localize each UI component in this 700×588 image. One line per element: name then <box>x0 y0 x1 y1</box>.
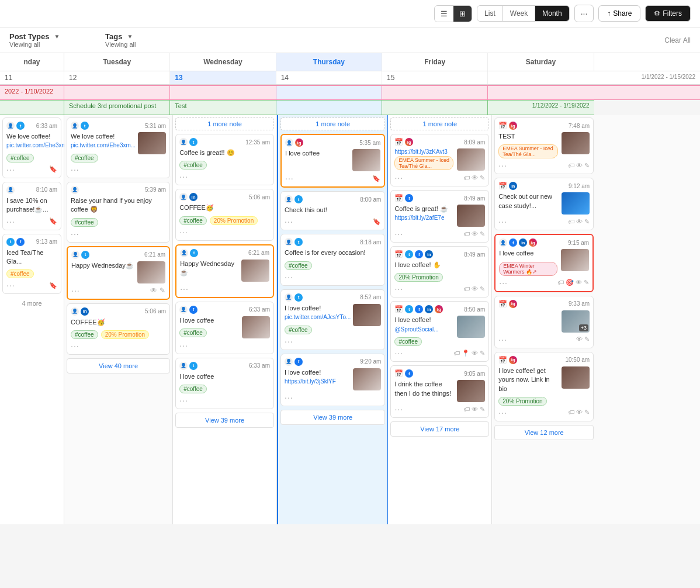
date-15: 15 <box>382 71 488 84</box>
campaign-test-saturday: 1/12/2022 - 1/19/2022 <box>488 100 594 115</box>
saturday-post-5: 📅 ig 10:50 am I love coffee! get yours n… <box>494 352 594 421</box>
calendar-icon-s4: 📅 <box>498 300 507 308</box>
thursday-column: 1 more note 👤 ig 5:35 am I love coffee ·… <box>277 115 388 524</box>
campaign-schedule-label: Schedule 3rd promotional post <box>64 100 170 115</box>
card-view-button[interactable]: ⊞ <box>453 6 472 22</box>
tag-icon-f1: 🏷 <box>463 174 470 182</box>
more-options-button[interactable]: ··· <box>574 5 594 22</box>
calendar-icon-s2: 📅 <box>498 182 507 190</box>
tag-icon-s5: 🏷 <box>568 409 574 416</box>
post-dots-2[interactable]: ··· <box>6 217 15 226</box>
thursday-post-5: 👤 f 9:20 am I love coffee!https://bit.ly… <box>280 354 385 406</box>
eye-icon-s3: 👁 <box>576 279 582 286</box>
eye-icon-f1: 👁 <box>472 174 478 182</box>
edit-icon-s3: ✎ <box>584 279 589 286</box>
tuesday-post-1: 👤 t 5:31 am We love coffee!pic.twitter.c… <box>67 117 170 178</box>
post-image-t1 <box>138 132 166 154</box>
bookmark-icon-3: 🔖 <box>49 282 57 289</box>
wednesday-post-5: 👤 t 6:33 am I love coffee #coffee ··· <box>175 358 274 409</box>
saturday-post-4: 📅 ig 9:33 am +3 ··· 👁 ✎ <box>494 296 594 348</box>
monday-post-2: 👤 8:10 am I save 10% on purchase!☕... ··… <box>2 182 61 230</box>
thursday-more-note[interactable]: 1 more note <box>280 117 385 130</box>
friday-post-5: 📅 f 9:05 am I drink the coffee then I do… <box>390 365 489 418</box>
bookmark-icon-2: 🔖 <box>49 217 57 225</box>
friday-post-4: 📅 t f in ig 8:50 am I love coffee!@Sprou… <box>390 301 489 362</box>
edit-icon-f4: ✎ <box>480 350 485 357</box>
saturday-post-2: 📅 in 9:12 am Check out our new case stud… <box>494 178 594 230</box>
clear-all-button[interactable]: Clear All <box>664 36 691 44</box>
calendar-icon-s1: 📅 <box>498 122 507 130</box>
wednesday-more-note[interactable]: 1 more note <box>175 117 274 130</box>
pin-icon-f4: 📍 <box>462 350 470 357</box>
wednesday-post-4: 👤 f 6:33 am I love coffee #coffee ··· <box>175 302 274 354</box>
twitter-icon-t1: t <box>81 122 89 130</box>
day-header-friday: Friday <box>382 53 488 71</box>
campaign-green-label-empty <box>0 100 64 115</box>
share-button[interactable]: ↑ Share <box>598 5 640 22</box>
date-13-today: 13 <box>170 71 276 84</box>
edit-icon-f2: ✎ <box>480 230 485 238</box>
tuesday-view-more[interactable]: View 40 more <box>67 358 170 373</box>
month-view-button[interactable]: Month <box>535 6 569 21</box>
day-header-wednesday: Wednesday <box>170 53 276 71</box>
eye-icon-f5: 👁 <box>472 406 478 413</box>
friday-post-2: 📅 f 8:49 am Coffee is great! ☕https://bi… <box>390 190 489 243</box>
monday-post-3: t f 9:13 am Iced Tea/The Gla... #coffee … <box>2 234 61 295</box>
campaign-test-thursday <box>276 100 382 115</box>
date-range-label: 1/1/2022 - 1/15/2022 <box>488 71 700 84</box>
edit-icon-s5: ✎ <box>584 409 590 416</box>
edit-icon-f3: ✎ <box>480 285 485 293</box>
post-types-chevron: ▼ <box>54 33 60 40</box>
post-dots-3[interactable]: ··· <box>6 281 15 290</box>
eye-icon-s2: 👁 <box>576 218 583 226</box>
tags-filter[interactable]: Tags ▼ Viewing all <box>105 32 187 48</box>
friday-view-more[interactable]: View 17 more <box>390 421 489 437</box>
day-header-thursday: Thursday <box>276 53 382 71</box>
tag-icon-s3: 🏷 <box>557 279 564 286</box>
bookmark-icon-th2: 🔖 <box>373 218 381 226</box>
day-header-saturday: Saturday <box>488 53 594 71</box>
edit-icon-s1: ✎ <box>584 162 590 170</box>
saturday-column: 📅 ig 7:48 am TEST EMEA Summer - Iced Tea… <box>492 115 596 524</box>
bookmark-icon-th1: 🔖 <box>372 175 380 182</box>
saturday-post-1: 📅 ig 7:48 am TEST EMEA Summer - Iced Tea… <box>494 117 594 174</box>
friday-column: 1 more note 📅 ig 8:09 am https://bit.ly/… <box>388 115 492 524</box>
edit-icon-f5: ✎ <box>480 406 485 413</box>
thursday-post-2: 👤 t 8:00 am Check this out! ··· 🔖 <box>280 191 385 230</box>
saturday-view-more[interactable]: View 12 more <box>494 425 594 440</box>
grid-view-button[interactable]: ☰ <box>435 6 453 22</box>
campaign-row-pink: 2022 - 1/10/2022 <box>0 85 700 100</box>
tag-icon-s2: 🏷 <box>568 218 574 226</box>
calendar-icon-f2: 📅 <box>394 194 403 202</box>
bookmark-icon-1: 🔖 <box>49 165 57 173</box>
date-14: 14 <box>276 71 382 84</box>
eye-icon-f2: 👁 <box>472 230 478 238</box>
thursday-post-3: 👤 t 8:18 am Coffee is for every occasion… <box>280 234 385 285</box>
tuesday-post-3-highlighted: 👤 t 6:21 am Happy Wednesday☕ ··· 👁 ✎ <box>67 246 170 300</box>
post-image-s4: +3 <box>562 310 590 333</box>
monday-post-1: 👤 t 6:33 am We love coffee!pic.twitter.c… <box>2 117 61 178</box>
filter-icon: ⚙ <box>654 9 660 18</box>
facebook-icon-3: f <box>16 238 25 246</box>
friday-more-note[interactable]: 1 more note <box>390 117 489 130</box>
calendar-icon-f4: 📅 <box>394 305 403 313</box>
campaign-test-friday <box>382 100 488 115</box>
wednesday-column: 1 more note 👤 t 12:35 am Coffee is great… <box>173 115 277 524</box>
wednesday-post-2: 👤 in 5:06 am COFFEE🥳 #coffee 20% Promoti… <box>175 189 274 240</box>
date-11: 11 <box>0 71 64 84</box>
tag-icon-f4: 🏷 <box>453 350 460 357</box>
week-view-button[interactable]: Week <box>503 6 535 21</box>
thursday-view-more[interactable]: View 39 more <box>280 410 385 425</box>
campaign-pink-label: 2022 - 1/10/2022 <box>0 86 64 99</box>
calendar-icon-s5: 📅 <box>498 356 507 364</box>
eye-icon-f3: 👁 <box>472 285 478 293</box>
filters-button[interactable]: ⚙ Filters <box>645 5 691 22</box>
target-icon-s3: 🎯 <box>566 279 574 286</box>
list-view-button[interactable]: List <box>477 6 503 21</box>
wednesday-view-more[interactable]: View 39 more <box>175 413 274 428</box>
post-dots-1[interactable]: ··· <box>6 165 15 174</box>
post-types-filter[interactable]: Post Types ▼ Viewing all <box>9 32 91 48</box>
tag-icon-f3: 🏷 <box>463 285 470 293</box>
tag-icon-f2: 🏷 <box>463 230 470 238</box>
day-headers: nday Tuesday Wednesday Thursday Friday S… <box>0 53 700 71</box>
